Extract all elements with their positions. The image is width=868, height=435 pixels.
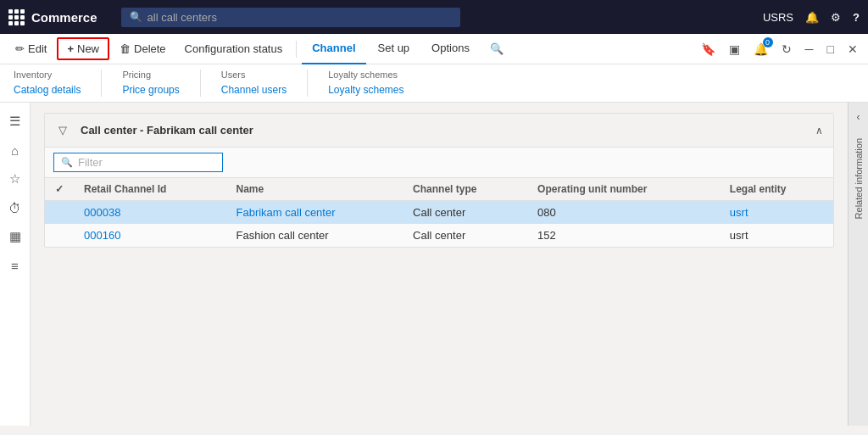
tab-options[interactable]: Options bbox=[421, 34, 480, 64]
user-label: USRS bbox=[763, 11, 793, 24]
col-legal-entity: Legal entity bbox=[720, 178, 833, 201]
sub-menu: Inventory Catalog details Pricing Price … bbox=[0, 64, 868, 103]
toolbar: ✏ Edit + New 🗑 Delete Configuration stat… bbox=[0, 34, 868, 64]
window-min-icon[interactable]: ─ bbox=[802, 39, 817, 59]
bell-icon[interactable]: 🔔 bbox=[805, 11, 819, 24]
main-layout: ☰ ⌂ ☆ ⏱ ▦ ≡ ▽ Call center - Fabrikam cal… bbox=[0, 103, 868, 426]
search-input[interactable] bbox=[147, 11, 452, 24]
loyalty-schemes-link[interactable]: Loyalty schemes bbox=[328, 83, 403, 97]
sub-menu-pricing: Pricing Price groups bbox=[122, 70, 200, 97]
col-name: Name bbox=[225, 178, 403, 201]
row-channel-type: Call center bbox=[403, 224, 527, 247]
filter-input-wrapper: 🔍 bbox=[53, 153, 223, 172]
row-name: Fabrikam call center bbox=[225, 201, 403, 225]
table-row[interactable]: 000038 Fabrikam call center Call center … bbox=[45, 201, 833, 225]
config-status-button[interactable]: Configuration status bbox=[176, 39, 292, 59]
loyalty-group-title: Loyalty schemes bbox=[328, 70, 403, 80]
sidebar-list-icon[interactable]: ≡ bbox=[3, 254, 27, 277]
sidebar-home-icon[interactable]: ⌂ bbox=[3, 138, 27, 162]
window-restore-icon[interactable]: □ bbox=[824, 39, 837, 59]
channel-users-link[interactable]: Channel users bbox=[221, 83, 287, 97]
list-title: Call center - Fabrikam call center bbox=[81, 124, 253, 137]
sub-menu-loyalty: Loyalty schemes Loyalty schemes bbox=[328, 70, 424, 97]
gear-icon[interactable]: ⚙ bbox=[831, 11, 841, 24]
row-operating-unit: 152 bbox=[527, 224, 720, 247]
right-panel[interactable]: ‹ Related information bbox=[848, 103, 868, 426]
badge-icon[interactable]: 🔔0 bbox=[750, 39, 771, 59]
list-filter: 🔍 bbox=[45, 148, 833, 178]
row-check bbox=[45, 224, 74, 247]
toolbar-divider bbox=[296, 41, 297, 58]
list-panel: ▽ Call center - Fabrikam call center ∧ 🔍… bbox=[44, 113, 834, 248]
search-toggle-button[interactable]: 🔍 bbox=[481, 39, 512, 59]
row-operating-unit: 080 bbox=[527, 201, 720, 225]
related-information-label: Related information bbox=[854, 131, 864, 226]
window-close-icon[interactable]: ✕ bbox=[844, 39, 861, 59]
table-row[interactable]: 000160 Fashion call center Call center 1… bbox=[45, 224, 833, 247]
question-icon[interactable]: ? bbox=[853, 11, 860, 24]
refresh-icon[interactable]: ↻ bbox=[778, 39, 795, 59]
panel-icon[interactable]: ▣ bbox=[726, 39, 743, 59]
pricing-group-title: Pricing bbox=[122, 70, 179, 80]
catalog-details-link[interactable]: Catalog details bbox=[14, 83, 81, 97]
inventory-group-title: Inventory bbox=[14, 70, 81, 80]
col-channel-type: Channel type bbox=[403, 178, 527, 201]
sidebar-clock-icon[interactable]: ⏱ bbox=[3, 196, 27, 220]
col-operating-unit: Operating unit number bbox=[527, 178, 720, 201]
tab-setup[interactable]: Set up bbox=[368, 34, 420, 64]
row-legal-entity: usrt bbox=[720, 224, 833, 247]
sidebar-hamburger-icon[interactable]: ☰ bbox=[3, 109, 27, 133]
expand-right-panel-button[interactable]: ‹ bbox=[855, 109, 862, 125]
top-nav: Commerce 🔍 USRS 🔔 ⚙ ? bbox=[0, 0, 868, 34]
row-legal-entity[interactable]: usrt bbox=[720, 201, 833, 225]
users-group-title: Users bbox=[221, 70, 287, 80]
filter-toggle-button[interactable]: ▽ bbox=[55, 120, 70, 140]
check-col-header: ✓ bbox=[45, 178, 74, 201]
app-icon-group: Commerce bbox=[8, 9, 97, 25]
sidebar-star-icon[interactable]: ☆ bbox=[3, 167, 27, 191]
sub-menu-inventory: Inventory Catalog details bbox=[14, 70, 102, 97]
left-sidebar: ☰ ⌂ ☆ ⏱ ▦ ≡ bbox=[0, 103, 31, 426]
edit-button[interactable]: ✏ Edit bbox=[7, 39, 55, 59]
delete-icon: 🗑 bbox=[120, 42, 131, 55]
toolbar-right: 🔖 ▣ 🔔0 ↻ ─ □ ✕ bbox=[698, 39, 861, 59]
filter-search-icon: 🔍 bbox=[61, 157, 73, 168]
app-title: Commerce bbox=[31, 10, 97, 25]
table-header-row: ✓ Retail Channel Id Name Channel type Op… bbox=[45, 178, 833, 201]
row-id[interactable]: 000160 bbox=[74, 224, 225, 247]
price-groups-link[interactable]: Price groups bbox=[122, 83, 179, 97]
plus-icon: + bbox=[67, 42, 74, 55]
bookmark-icon[interactable]: 🔖 bbox=[698, 39, 719, 59]
search-icon: 🔍 bbox=[130, 11, 142, 23]
edit-icon: ✏ bbox=[15, 42, 25, 55]
row-channel-type: Call center bbox=[403, 201, 527, 225]
list-header: ▽ Call center - Fabrikam call center ∧ bbox=[45, 114, 833, 148]
global-search[interactable]: 🔍 bbox=[121, 8, 460, 27]
tab-channel[interactable]: Channel bbox=[302, 34, 365, 64]
sub-menu-users: Users Channel users bbox=[221, 70, 308, 97]
top-nav-right: USRS 🔔 ⚙ ? bbox=[763, 11, 860, 24]
new-button[interactable]: + New bbox=[57, 37, 109, 60]
content-area: ▽ Call center - Fabrikam call center ∧ 🔍… bbox=[31, 103, 868, 426]
col-retail-channel-id: Retail Channel Id bbox=[74, 178, 225, 201]
main-content: ▽ Call center - Fabrikam call center ∧ 🔍… bbox=[31, 103, 848, 426]
row-check bbox=[45, 201, 74, 225]
row-name: Fashion call center bbox=[225, 224, 403, 247]
search-small-icon: 🔍 bbox=[490, 42, 504, 55]
filter-input[interactable] bbox=[78, 156, 215, 169]
data-table: ✓ Retail Channel Id Name Channel type Op… bbox=[45, 178, 833, 247]
waffle-icon[interactable] bbox=[8, 9, 25, 25]
row-id[interactable]: 000038 bbox=[74, 201, 225, 225]
collapse-panel-button[interactable]: ∧ bbox=[815, 125, 823, 137]
sidebar-grid-icon[interactable]: ▦ bbox=[3, 225, 27, 248]
delete-button[interactable]: 🗑 Delete bbox=[111, 39, 175, 59]
